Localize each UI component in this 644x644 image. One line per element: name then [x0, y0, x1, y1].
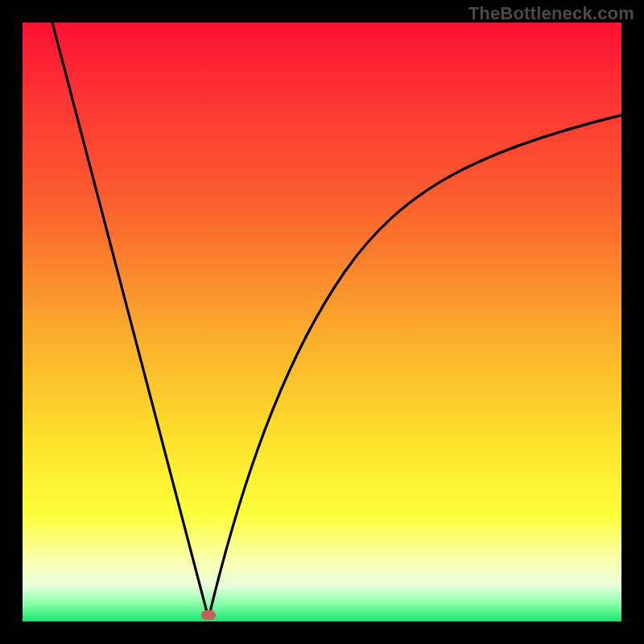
- curve-left-branch: [52, 23, 208, 618]
- vertex-marker: [201, 610, 216, 620]
- chart-frame: TheBottleneck.com: [0, 0, 644, 644]
- curve-right-branch: [208, 115, 621, 618]
- watermark-text: TheBottleneck.com: [469, 3, 634, 24]
- plot-area: [23, 23, 621, 621]
- bottleneck-curve: [23, 23, 621, 621]
